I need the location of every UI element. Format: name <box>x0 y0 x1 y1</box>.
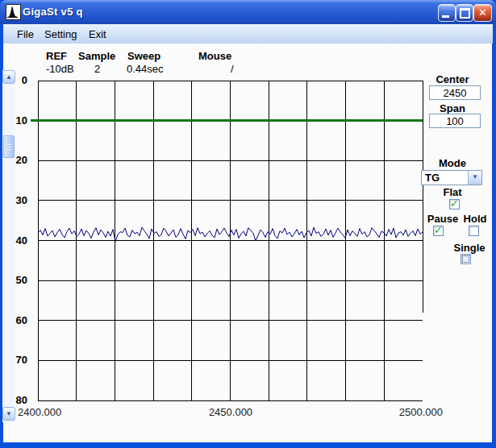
mouse-value: / <box>231 63 234 75</box>
spectrum-plot-canvas[interactable] <box>31 76 431 408</box>
app-icon[interactable] <box>6 4 21 20</box>
checkmark-icon: ✓ <box>434 224 443 236</box>
menu-item-exit[interactable]: Exit <box>86 27 109 41</box>
y-tick-label: 80 <box>6 394 27 407</box>
y-tick-label: 20 <box>6 154 27 167</box>
mode-selected-value: TG <box>425 172 440 184</box>
y-tick-label: 10 <box>6 114 27 127</box>
y-tick-label: 50 <box>6 274 27 287</box>
ref-value: -10dB <box>46 63 74 75</box>
app-window: GigaSt v5 q ✕ File Setting Exit REF Samp… <box>0 0 496 448</box>
sweep-label: Sweep <box>127 50 160 62</box>
maximize-button[interactable] <box>456 4 473 22</box>
single-checkbox[interactable]: ✓ <box>461 254 471 264</box>
spectrum-plot[interactable] <box>31 76 431 408</box>
span-label: Span <box>423 102 482 114</box>
span-input[interactable] <box>429 114 481 128</box>
close-button[interactable]: ✕ <box>473 4 492 22</box>
y-tick-label: 30 <box>6 194 27 207</box>
flat-checkbox[interactable]: ✓ <box>449 199 460 209</box>
pause-checkbox[interactable]: ✓ <box>433 226 444 236</box>
maximize-icon <box>460 8 470 19</box>
menu-item-setting[interactable]: Setting <box>42 27 79 41</box>
y-tick-label: 70 <box>6 354 27 367</box>
menu-item-file[interactable]: File <box>15 27 36 41</box>
center-label: Center <box>423 73 482 85</box>
y-tick-label: 0 <box>6 74 27 87</box>
hold-label: Hold <box>460 213 490 225</box>
x-tick-label: 2500.000 <box>385 406 443 418</box>
close-icon: ✕ <box>474 6 491 20</box>
window-title: GigaSt v5 q <box>23 6 83 18</box>
chevron-down-icon: ▼ <box>6 410 12 417</box>
sample-label: Sample <box>78 50 115 62</box>
y-tick-label: 40 <box>6 234 27 247</box>
pause-label: Pause <box>423 213 463 225</box>
scroll-down-button[interactable]: ▼ <box>2 407 15 421</box>
dropdown-arrow-icon[interactable]: ▼ <box>468 171 481 185</box>
ref-label: REF <box>46 50 67 62</box>
minimize-icon <box>442 15 449 18</box>
mouse-label: Mouse <box>198 50 231 62</box>
single-label: Single <box>445 242 494 254</box>
flat-label: Flat <box>423 186 482 198</box>
x-tick-label: 2450.000 <box>202 406 260 418</box>
titlebar[interactable]: GigaSt v5 q ✕ <box>0 0 496 24</box>
sample-value: 2 <box>94 63 100 75</box>
hold-checkbox[interactable]: ✓ <box>469 226 479 236</box>
checkmark-icon: ✓ <box>450 197 459 209</box>
mode-dropdown[interactable]: TG ▼ <box>421 170 482 185</box>
minimize-button[interactable] <box>438 4 456 22</box>
mode-label: Mode <box>423 157 482 169</box>
center-input[interactable] <box>429 85 481 100</box>
menubar: File Setting Exit <box>3 24 493 44</box>
x-tick-label: 2400.000 <box>18 406 61 418</box>
y-tick-label: 60 <box>6 314 27 327</box>
sweep-value: 0.44sec <box>127 63 164 75</box>
